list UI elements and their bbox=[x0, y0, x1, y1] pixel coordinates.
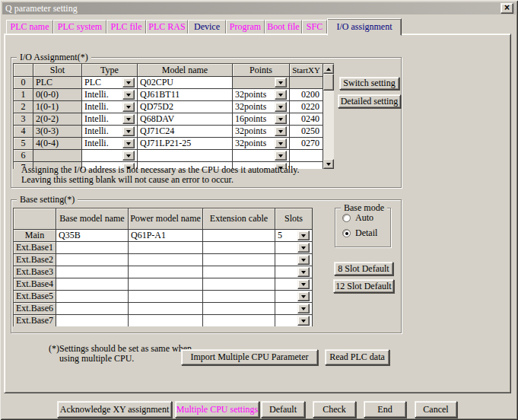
acknowledge-xy-assignment-button[interactable]: Acknowledge XY assignment bbox=[57, 401, 172, 418]
base-cell-extension[interactable] bbox=[203, 303, 275, 315]
tab-plc-name[interactable]: PLC name bbox=[6, 20, 53, 33]
base-cell-model[interactable] bbox=[56, 303, 129, 315]
dropdown-button[interactable] bbox=[297, 304, 310, 313]
end-button[interactable]: End bbox=[364, 401, 406, 418]
base-cell-extension[interactable] bbox=[203, 242, 275, 254]
radio-detail[interactable]: Detail bbox=[342, 228, 390, 239]
io-cell-slot[interactable]: 2(0-2) bbox=[33, 113, 82, 126]
base-cell-slots[interactable] bbox=[275, 266, 313, 278]
io-cell-model[interactable]: QJ71LP21-25 bbox=[138, 138, 233, 150]
tab-sfc[interactable]: SFC bbox=[302, 20, 327, 33]
base-cell-model[interactable] bbox=[56, 266, 129, 278]
dropdown-button[interactable] bbox=[122, 151, 135, 161]
scrollbar-thumb[interactable] bbox=[323, 74, 334, 91]
detailed-setting-button[interactable]: Detailed setting bbox=[338, 94, 401, 108]
cancel-button[interactable]: Cancel bbox=[415, 401, 457, 418]
io-cell-points[interactable]: 32points bbox=[233, 126, 290, 138]
dropdown-button[interactable] bbox=[122, 78, 135, 88]
base-cell-extension[interactable] bbox=[203, 315, 275, 326]
dropdown-button[interactable] bbox=[297, 316, 310, 326]
dropdown-button[interactable] bbox=[275, 114, 287, 124]
io-cell-model[interactable]: QJ71C24 bbox=[138, 126, 233, 138]
base-cell-slots[interactable] bbox=[275, 303, 313, 315]
check-button[interactable]: Check bbox=[313, 401, 356, 418]
io-cell-points[interactable] bbox=[233, 77, 290, 89]
dropdown-button[interactable] bbox=[122, 138, 135, 148]
io-cell-points[interactable]: 32points bbox=[233, 89, 290, 101]
io-cell-startxy[interactable]: 0270 bbox=[290, 138, 323, 150]
io-cell-type[interactable]: Intelli. bbox=[82, 138, 138, 150]
dropdown-button[interactable] bbox=[297, 267, 310, 277]
base-cell-model[interactable] bbox=[56, 315, 129, 326]
io-cell-points[interactable]: 32points bbox=[233, 138, 290, 150]
tab-plc-file[interactable]: PLC file bbox=[106, 20, 146, 33]
io-cell-startxy[interactable] bbox=[290, 150, 323, 162]
base-cell-power[interactable]: Q61P-A1 bbox=[129, 230, 203, 242]
dropdown-button[interactable] bbox=[122, 102, 135, 112]
io-cell-points[interactable] bbox=[233, 150, 290, 162]
base-cell-extension[interactable] bbox=[203, 266, 275, 278]
dropdown-button[interactable] bbox=[297, 291, 310, 301]
close-button[interactable]: × bbox=[501, 3, 513, 14]
base-cell-model[interactable] bbox=[56, 242, 129, 254]
tab-device[interactable]: Device bbox=[188, 20, 226, 33]
eight-slot-default-button[interactable]: 8 Slot Default bbox=[334, 262, 393, 275]
base-cell-model[interactable] bbox=[56, 291, 129, 303]
dropdown-button[interactable] bbox=[122, 90, 135, 100]
io-cell-model[interactable]: QD75D2 bbox=[138, 101, 233, 113]
base-cell-slots[interactable]: 5 bbox=[275, 230, 313, 242]
base-cell-extension[interactable] bbox=[203, 291, 275, 303]
multiple-cpu-settings-button[interactable]: Multiple CPU settings bbox=[175, 401, 259, 418]
io-cell-slot[interactable]: PLC bbox=[33, 77, 82, 89]
io-cell-points[interactable]: 16points bbox=[233, 113, 290, 126]
base-cell-slots[interactable] bbox=[275, 291, 313, 303]
io-cell-slot[interactable]: 3(0-3) bbox=[33, 126, 82, 138]
base-cell-power[interactable] bbox=[129, 315, 203, 326]
dropdown-button[interactable] bbox=[297, 243, 310, 253]
base-cell-power[interactable] bbox=[129, 278, 203, 291]
io-cell-model[interactable]: QJ61BT11 bbox=[138, 89, 233, 101]
read-plc-data-button[interactable]: Read PLC data bbox=[325, 349, 389, 365]
io-cell-slot[interactable]: 0(0-0) bbox=[33, 89, 82, 101]
base-cell-slots[interactable] bbox=[275, 254, 313, 266]
io-cell-type[interactable] bbox=[82, 150, 138, 162]
io-cell-model[interactable]: Q68DAV bbox=[138, 113, 233, 126]
radio-auto[interactable]: Auto bbox=[342, 212, 390, 224]
base-cell-extension[interactable] bbox=[203, 230, 275, 242]
io-cell-startxy[interactable] bbox=[290, 77, 323, 89]
io-cell-startxy[interactable]: 0250 bbox=[290, 126, 323, 138]
scroll-down-button[interactable] bbox=[323, 159, 334, 169]
dropdown-button[interactable] bbox=[275, 126, 287, 136]
dropdown-button[interactable] bbox=[297, 231, 310, 240]
base-cell-model[interactable] bbox=[56, 278, 129, 291]
twelve-slot-default-button[interactable]: 12 Slot Default bbox=[333, 279, 394, 293]
tab-plc-system[interactable]: PLC system bbox=[53, 20, 106, 33]
io-cell-type[interactable]: Intelli. bbox=[82, 113, 138, 126]
base-cell-power[interactable] bbox=[129, 242, 203, 254]
io-cell-startxy[interactable]: 0220 bbox=[290, 101, 323, 113]
io-cell-startxy[interactable]: 0240 bbox=[290, 113, 323, 126]
import-multiple-cpu-parameter-button[interactable]: Import Multiple CPU Parameter bbox=[181, 349, 318, 365]
dropdown-button[interactable] bbox=[275, 90, 287, 100]
io-cell-type[interactable]: Intelli. bbox=[82, 89, 138, 101]
base-cell-power[interactable] bbox=[129, 266, 203, 278]
base-cell-slots[interactable] bbox=[275, 242, 313, 254]
io-table-scrollbar[interactable] bbox=[323, 64, 334, 169]
base-cell-slots[interactable] bbox=[275, 278, 313, 291]
dropdown-button[interactable] bbox=[122, 114, 135, 124]
switch-setting-button[interactable]: Switch setting bbox=[339, 77, 399, 90]
dropdown-button[interactable] bbox=[297, 255, 310, 265]
base-cell-model[interactable] bbox=[56, 254, 129, 266]
base-cell-model[interactable]: Q35B bbox=[56, 230, 129, 242]
base-cell-slots[interactable] bbox=[275, 315, 313, 326]
tab-i-o-assignment[interactable]: I/O assignment bbox=[327, 18, 402, 36]
tab-boot-file[interactable]: Boot file bbox=[265, 20, 302, 33]
default-button[interactable]: Default bbox=[261, 401, 305, 418]
io-cell-type[interactable]: Intelli. bbox=[82, 126, 138, 138]
io-cell-startxy[interactable]: 0200 bbox=[290, 89, 323, 101]
base-cell-extension[interactable] bbox=[203, 278, 275, 291]
io-cell-points[interactable]: 32points bbox=[233, 101, 290, 113]
io-cell-model[interactable] bbox=[138, 150, 233, 162]
tab-program[interactable]: Program bbox=[226, 20, 265, 33]
dropdown-button[interactable] bbox=[275, 102, 287, 112]
